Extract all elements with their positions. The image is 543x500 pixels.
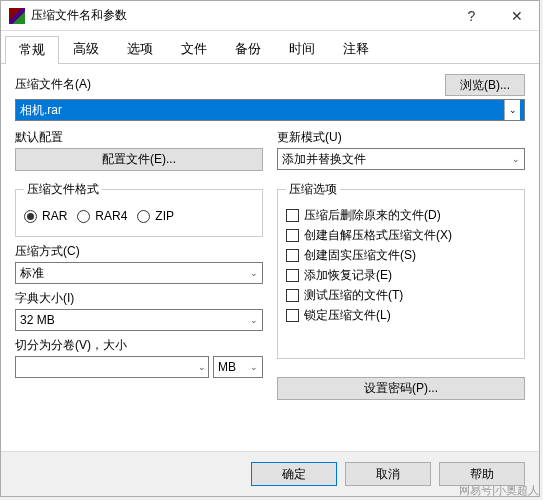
window-title: 压缩文件名和参数 <box>31 7 449 24</box>
watermark: 网易号|小奥超人 <box>459 483 539 498</box>
tab-time[interactable]: 时间 <box>275 35 329 63</box>
dict-value: 32 MB <box>20 313 55 327</box>
checkbox-icon <box>286 229 299 242</box>
dict-label: 字典大小(I) <box>15 290 263 307</box>
filename-value: 相机.rar <box>20 102 62 119</box>
tab-strip: 常规 高级 选项 文件 备份 时间 注释 <box>1 35 539 64</box>
volume-size-input[interactable]: ⌄ <box>15 356 209 378</box>
chevron-down-icon: ⌄ <box>512 154 520 164</box>
checkbox-icon <box>286 209 299 222</box>
radio-icon <box>77 210 90 223</box>
password-button[interactable]: 设置密码(P)... <box>277 377 525 400</box>
update-mode-label: 更新模式(U) <box>277 129 525 146</box>
chevron-down-icon[interactable]: ⌄ <box>504 100 520 120</box>
app-icon <box>9 8 25 24</box>
tab-comment[interactable]: 注释 <box>329 35 383 63</box>
default-profile-label: 默认配置 <box>15 129 263 146</box>
method-select[interactable]: 标准 ⌄ <box>15 262 263 284</box>
checkbox-icon <box>286 289 299 302</box>
volume-label: 切分为分卷(V)，大小 <box>15 337 263 354</box>
cancel-button[interactable]: 取消 <box>345 462 431 486</box>
help-button[interactable]: ? <box>449 1 494 30</box>
update-mode-value: 添加并替换文件 <box>282 151 366 168</box>
checkbox-icon <box>286 309 299 322</box>
check-solid[interactable]: 创建固实压缩文件(S) <box>286 247 516 264</box>
tab-backup[interactable]: 备份 <box>221 35 275 63</box>
check-lock[interactable]: 锁定压缩文件(L) <box>286 307 516 324</box>
titlebar: 压缩文件名和参数 ? ✕ <box>1 1 539 31</box>
format-legend: 压缩文件格式 <box>24 181 102 198</box>
method-label: 压缩方式(C) <box>15 243 263 260</box>
checkbox-icon <box>286 269 299 282</box>
check-sfx[interactable]: 创建自解压格式压缩文件(X) <box>286 227 516 244</box>
method-value: 标准 <box>20 265 44 282</box>
filename-label: 压缩文件名(A) <box>15 76 91 93</box>
options-group: 压缩选项 压缩后删除原来的文件(D) 创建自解压格式压缩文件(X) 创建固实压缩… <box>277 181 525 359</box>
window-controls: ? ✕ <box>449 1 539 30</box>
format-group: 压缩文件格式 RAR RAR4 ZIP <box>15 181 263 237</box>
profile-button[interactable]: 配置文件(E)... <box>15 148 263 171</box>
chevron-down-icon: ⌄ <box>250 268 258 278</box>
radio-rar4[interactable]: RAR4 <box>77 209 127 223</box>
options-legend: 压缩选项 <box>286 181 340 198</box>
dict-select[interactable]: 32 MB ⌄ <box>15 309 263 331</box>
checkbox-icon <box>286 249 299 262</box>
close-button[interactable]: ✕ <box>494 1 539 30</box>
check-delete-after[interactable]: 压缩后删除原来的文件(D) <box>286 207 516 224</box>
tab-general[interactable]: 常规 <box>5 36 59 64</box>
tab-files[interactable]: 文件 <box>167 35 221 63</box>
radio-icon <box>137 210 150 223</box>
check-recovery[interactable]: 添加恢复记录(E) <box>286 267 516 284</box>
tab-options[interactable]: 选项 <box>113 35 167 63</box>
chevron-down-icon: ⌄ <box>198 362 206 372</box>
filename-input[interactable]: 相机.rar ⌄ <box>15 99 525 121</box>
ok-button[interactable]: 确定 <box>251 462 337 486</box>
dialog-window: 压缩文件名和参数 ? ✕ 常规 高级 选项 文件 备份 时间 注释 压缩文件名(… <box>0 0 540 497</box>
tab-advanced[interactable]: 高级 <box>59 35 113 63</box>
dialog-body: 压缩文件名(A) 浏览(B)... 相机.rar ⌄ 默认配置 配置文件(E).… <box>1 64 539 451</box>
radio-rar[interactable]: RAR <box>24 209 67 223</box>
volume-unit-select[interactable]: MB ⌄ <box>213 356 263 378</box>
chevron-down-icon: ⌄ <box>250 315 258 325</box>
browse-button[interactable]: 浏览(B)... <box>445 74 525 96</box>
chevron-down-icon: ⌄ <box>250 362 258 372</box>
update-mode-select[interactable]: 添加并替换文件 ⌄ <box>277 148 525 170</box>
radio-zip[interactable]: ZIP <box>137 209 174 223</box>
radio-icon <box>24 210 37 223</box>
check-test[interactable]: 测试压缩的文件(T) <box>286 287 516 304</box>
